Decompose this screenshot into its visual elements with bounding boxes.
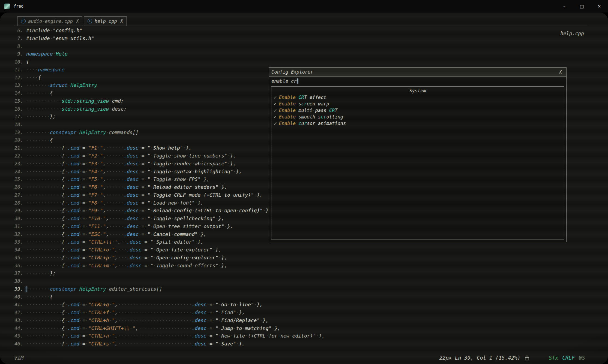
code-line-37[interactable]: 37.········};: [0, 269, 608, 277]
minimize-button[interactable]: –: [556, 0, 573, 13]
option-label-segment: cr: [301, 101, 307, 107]
close-button[interactable]: ✕: [591, 0, 608, 13]
option-label-segment: c: [298, 121, 301, 126]
line-number: 11.: [0, 66, 26, 74]
config-option-5[interactable]: ✓ Enable cursor animations: [271, 120, 564, 127]
line-number: 40.: [0, 293, 26, 301]
code-line-45[interactable]: 45.············{·.cmd·=·"CTRL+n·",······…: [0, 332, 608, 340]
code-line-34[interactable]: 34.············{·.cmd·=·"CTRL+o·",···.de…: [0, 246, 608, 254]
line-number: 6.: [0, 27, 26, 35]
code-line-35[interactable]: 35.············{·.cmd·=·"CTRL+p·",···.de…: [0, 254, 608, 262]
line-number: 7.: [0, 35, 26, 43]
line-number: 45.: [0, 332, 26, 340]
line-number: 16.: [0, 105, 26, 113]
code-line-10[interactable]: 10.{: [0, 58, 608, 66]
code-line-42[interactable]: 42.············{·.cmd·=·"CTRL+f·",······…: [0, 309, 608, 317]
option-label-segment: sor animations: [307, 121, 346, 126]
flag-ws[interactable]: WS: [579, 355, 585, 361]
line-number: 13.: [0, 81, 26, 89]
code-line-38[interactable]: 38.: [0, 277, 608, 285]
line-number: 26.: [0, 183, 26, 191]
checkbox-checked-icon: ✓: [273, 121, 279, 126]
line-number: 29.: [0, 207, 26, 215]
window-title: fred: [14, 4, 23, 9]
config-option-4[interactable]: ✓ Enable smooth scrolling: [271, 114, 564, 120]
checkbox-checked-icon: ✓: [273, 101, 279, 107]
line-number: 38.: [0, 277, 26, 285]
current-file-label: help.cpp: [560, 31, 584, 36]
code-line-43[interactable]: 43.············{·.cmd·=·"CTRL+h·",······…: [0, 317, 608, 324]
option-label-segment: Enable: [279, 121, 295, 126]
checkbox-checked-icon: ✓: [273, 95, 279, 100]
config-option-3[interactable]: ✓ Enable multi-pass CRT: [271, 107, 564, 114]
option-label-segment: Enable: [279, 95, 295, 100]
mode-indicator: VIM: [14, 355, 23, 361]
option-label-segment: [296, 121, 298, 126]
line-number: 36.: [0, 262, 26, 270]
code-line-44[interactable]: 44.············{·.cmd·=·"CTRL+SHIFT+\\·"…: [0, 324, 608, 332]
config-options-list: System ✓ Enable CRT effect✓ Enable scree…: [271, 86, 564, 240]
code-line-7[interactable]: 7.#include·"enum-utils.h": [0, 35, 608, 43]
config-search-value: enable cr: [271, 78, 296, 84]
config-option-2[interactable]: ✓ Enable screen warp: [271, 101, 564, 107]
option-label-segment: u: [301, 121, 304, 126]
line-number: 21.: [0, 144, 26, 152]
tab-close-icon[interactable]: X: [76, 19, 79, 24]
config-search-input[interactable]: enable cr: [269, 77, 566, 86]
code-line-36[interactable]: 36.············{·.cmd·=·"CTRL+m·",···.de…: [0, 262, 608, 270]
option-label-segment: een warp: [307, 101, 329, 107]
cpp-file-icon: C: [21, 19, 26, 23]
option-label-segment: [296, 95, 298, 100]
line-number: 8.: [0, 43, 26, 50]
code-line-39[interactable]: 39.········constexpr·HelpEntry·editor_sh…: [0, 285, 608, 293]
code-line-46[interactable]: 46.············{·.cmd·=·"CTRL+s·",······…: [0, 340, 608, 348]
tab-audio-engine-cpp[interactable]: C audio-engine.cpp X: [17, 16, 82, 26]
code-line-41[interactable]: 41.············{·.cmd·=·"CTRL+g·",······…: [0, 301, 608, 309]
code-line-40[interactable]: 40.········{: [0, 293, 608, 301]
line-number: 12.: [0, 74, 26, 82]
line-number: 14.: [0, 89, 26, 97]
flag-stx[interactable]: STx: [549, 355, 558, 361]
line-number: 23.: [0, 160, 26, 168]
code-line-9[interactable]: 9.namespace·Help: [0, 50, 608, 58]
tab-close-icon[interactable]: X: [121, 19, 123, 24]
option-label-segment: s: [296, 101, 301, 107]
option-label-segment: multi-pass: [296, 108, 329, 113]
checkbox-checked-icon: ✓: [273, 108, 279, 113]
line-number: 10.: [0, 58, 26, 66]
config-explorer-close-icon[interactable]: X: [559, 69, 562, 75]
option-label-segment: Enable: [279, 114, 295, 120]
tab-help-cpp[interactable]: C help.cpp X: [84, 16, 127, 26]
checkbox-checked-icon: ✓: [273, 114, 279, 120]
line-number: 28.: [0, 199, 26, 207]
app-icon: [4, 4, 10, 9]
text-cursor: [26, 286, 26, 292]
code-line-6[interactable]: 6.#include·"config.h": [0, 27, 608, 35]
line-number: 39.: [0, 285, 26, 293]
option-label-segment: CR: [298, 95, 304, 100]
code-line-8[interactable]: 8.: [0, 43, 608, 50]
flag-crlf[interactable]: CRLF: [562, 355, 575, 361]
cursor-position-indicator: 22px Ln 39, Col 1 (15.42%): [439, 355, 520, 361]
option-label-segment: Enable: [279, 101, 295, 107]
status-flags: STx CRLF WS: [549, 355, 585, 361]
option-label-segment: T: [335, 108, 337, 113]
line-number: 25.: [0, 175, 26, 183]
line-number: 17.: [0, 113, 26, 121]
option-label-segment: smooth s: [296, 114, 321, 120]
search-text-cursor: [297, 78, 298, 84]
config-option-1[interactable]: ✓ Enable CRT effect: [271, 94, 564, 101]
line-number: 34.: [0, 246, 26, 254]
option-label-segment: r: [304, 121, 307, 126]
tab-label: audio-engine.cpp: [28, 19, 73, 24]
line-number: 46.: [0, 340, 26, 348]
option-label-segment: CR: [329, 108, 335, 113]
line-number: 20.: [0, 136, 26, 144]
tab-label: help.cpp: [95, 19, 117, 24]
line-number: 18.: [0, 121, 26, 129]
maximize-button[interactable]: □: [573, 0, 591, 13]
line-number: 41.: [0, 301, 26, 309]
line-number: 44.: [0, 324, 26, 332]
line-number: 24.: [0, 168, 26, 176]
editor-screen: C audio-engine.cpp X C help.cpp X help.c…: [0, 13, 608, 364]
